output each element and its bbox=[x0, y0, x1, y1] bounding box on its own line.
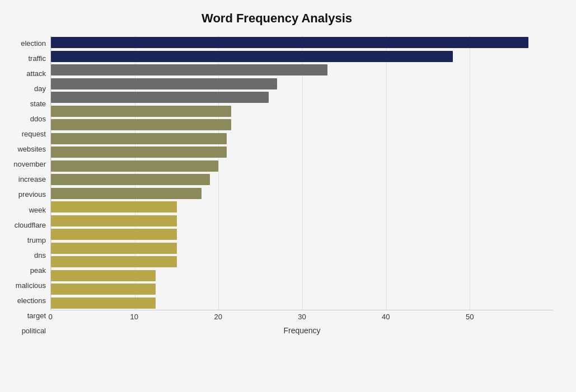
bar-websites bbox=[51, 133, 227, 144]
y-label-malicious: malicious bbox=[16, 278, 46, 293]
y-label-ddos: ddos bbox=[30, 111, 46, 126]
y-label-elections: elections bbox=[17, 293, 46, 308]
y-label-trump: trump bbox=[27, 233, 46, 248]
y-label-november: november bbox=[13, 157, 46, 172]
bar-week bbox=[51, 188, 202, 199]
bar-row-websites bbox=[51, 132, 554, 146]
y-label-dns: dns bbox=[34, 248, 46, 263]
bar-row-day bbox=[51, 77, 554, 91]
bar-row-peak bbox=[51, 242, 554, 256]
bar-row-request bbox=[51, 118, 554, 132]
y-label-week: week bbox=[29, 202, 46, 218]
y-label-traffic: traffic bbox=[28, 51, 46, 66]
chart-container: Word Frequency Analysis electiontraffica… bbox=[0, 0, 576, 392]
bar-request bbox=[51, 119, 231, 130]
x-tick-30: 30 bbox=[298, 313, 306, 321]
bar-day bbox=[51, 78, 277, 89]
x-tick-10: 10 bbox=[130, 313, 138, 321]
x-tick-40: 40 bbox=[382, 313, 390, 321]
y-label-attack: attack bbox=[26, 66, 46, 81]
bar-rows bbox=[51, 36, 554, 310]
bar-target bbox=[51, 284, 156, 295]
bar-peak bbox=[51, 243, 177, 254]
bar-traffic bbox=[51, 51, 453, 62]
bar-row-increase bbox=[51, 159, 554, 173]
bar-cloudflare bbox=[51, 201, 177, 212]
y-axis: electiontrafficattackdaystateddosrequest… bbox=[0, 36, 50, 338]
bar-attack bbox=[51, 64, 327, 75]
y-label-political: political bbox=[22, 323, 46, 338]
bar-political bbox=[51, 297, 156, 309]
bar-row-elections bbox=[51, 269, 554, 283]
y-label-peak: peak bbox=[30, 263, 46, 278]
x-tick-50: 50 bbox=[466, 313, 474, 321]
bar-dns bbox=[51, 229, 177, 240]
bar-malicious bbox=[51, 256, 177, 267]
bar-ddos bbox=[51, 106, 231, 117]
chart-title: Word Frequency Analysis bbox=[0, 11, 554, 26]
bar-row-political bbox=[51, 296, 554, 310]
bars-area bbox=[50, 36, 554, 310]
bar-row-ddos bbox=[51, 105, 554, 119]
bar-increase bbox=[51, 160, 218, 172]
y-label-previous: previous bbox=[18, 187, 46, 202]
bar-row-malicious bbox=[51, 255, 554, 269]
x-axis: 01020304050 Frequency bbox=[50, 310, 554, 338]
bar-row-previous bbox=[51, 173, 554, 187]
bar-row-attack bbox=[51, 63, 554, 77]
bar-row-traffic bbox=[51, 50, 554, 64]
y-label-state: state bbox=[30, 96, 46, 111]
chart-area: electiontrafficattackdaystateddosrequest… bbox=[0, 36, 554, 338]
bar-election bbox=[51, 37, 528, 48]
bar-state bbox=[51, 92, 269, 103]
bar-row-state bbox=[51, 91, 554, 105]
y-label-target: target bbox=[27, 308, 46, 323]
bar-previous bbox=[51, 174, 210, 185]
bar-november bbox=[51, 147, 227, 158]
y-label-cloudflare: cloudflare bbox=[15, 218, 46, 233]
bar-row-dns bbox=[51, 228, 554, 242]
y-label-request: request bbox=[22, 126, 46, 141]
y-label-websites: websites bbox=[17, 141, 46, 157]
bar-row-target bbox=[51, 282, 554, 296]
bars-and-xaxis: 01020304050 Frequency bbox=[50, 36, 554, 338]
y-label-day: day bbox=[34, 81, 46, 96]
x-tick-20: 20 bbox=[214, 313, 222, 321]
bar-row-week bbox=[51, 187, 554, 201]
x-tick-0: 0 bbox=[48, 313, 52, 321]
bar-row-trump bbox=[51, 214, 554, 228]
bar-elections bbox=[51, 270, 156, 281]
bar-row-november bbox=[51, 145, 554, 159]
x-axis-label: Frequency bbox=[50, 326, 554, 335]
bar-row-election bbox=[51, 36, 554, 50]
y-label-increase: increase bbox=[18, 172, 46, 187]
bar-trump bbox=[51, 215, 177, 226]
y-label-election: election bbox=[21, 36, 46, 51]
bar-row-cloudflare bbox=[51, 200, 554, 214]
